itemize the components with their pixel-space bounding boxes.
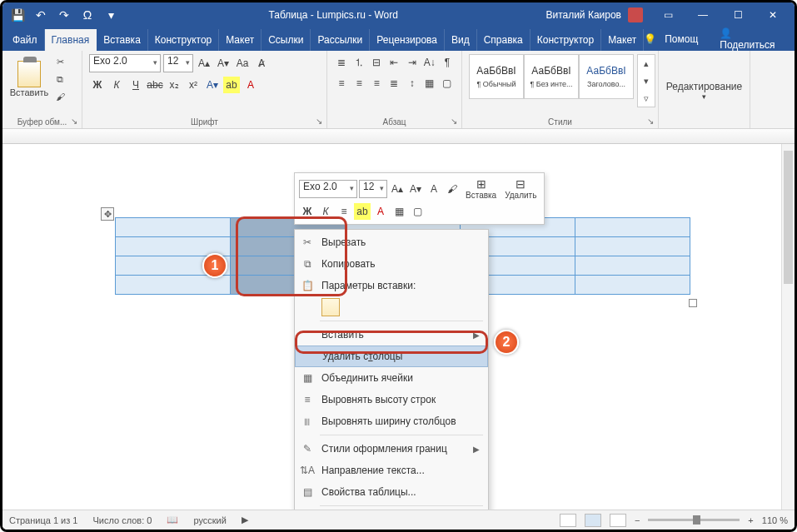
subscript-button[interactable]: x₂ — [166, 77, 182, 93]
ctx-copy[interactable]: ⧉Копировать — [295, 253, 488, 275]
horizontal-ruler[interactable] — [2, 129, 795, 144]
user-area[interactable]: Виталий Каиров — [545, 7, 643, 22]
line-spacing-button[interactable]: ↕ — [405, 75, 420, 92]
mini-align-button[interactable]: ≡ — [336, 203, 352, 220]
font-size-combo[interactable]: 12 — [163, 54, 193, 72]
numbering-button[interactable]: ⒈ — [351, 54, 366, 71]
mini-shrink-icon[interactable]: A▾ — [407, 181, 424, 197]
close-button[interactable]: ✕ — [756, 3, 790, 27]
cut-button[interactable]: ✂ — [52, 54, 67, 69]
bold-button[interactable]: Ж — [89, 77, 106, 93]
zoom-slider[interactable] — [648, 519, 740, 521]
undo-button[interactable]: ↶ — [31, 5, 51, 25]
styles-up-icon[interactable]: ▴ — [639, 56, 654, 71]
bullets-button[interactable]: ≣ — [334, 54, 349, 71]
align-right-button[interactable]: ≡ — [369, 75, 384, 92]
style-normal[interactable]: АаБбВвІ¶ Обычный — [469, 54, 524, 99]
mini-size-combo[interactable]: 12 — [359, 180, 387, 198]
vertical-scrollbar[interactable] — [781, 144, 795, 510]
show-marks-button[interactable]: ¶ — [440, 54, 455, 71]
tab-file[interactable]: Файл — [6, 29, 45, 51]
ctx-border-styles[interactable]: ✎Стили оформления границ▶ — [295, 438, 488, 460]
strike-button[interactable]: abc — [147, 77, 163, 93]
style-no-spacing[interactable]: АаБбВвІ¶ Без инте... — [524, 54, 579, 99]
mini-painter-icon[interactable]: 🖌 — [444, 181, 461, 197]
ctx-dist-rows[interactable]: ≡Выровнять высоту строк — [295, 389, 488, 410]
editing-dropdown[interactable]: Редактирование▾ — [666, 81, 742, 101]
shading-button[interactable]: ▦ — [422, 75, 437, 92]
paragraph-launcher-icon[interactable]: ↘ — [448, 115, 460, 127]
mini-fontcolor-button[interactable]: A — [372, 203, 389, 220]
status-spell-icon[interactable]: 📖 — [167, 515, 178, 525]
zoom-out-button[interactable]: − — [635, 515, 640, 525]
ctx-dist-cols[interactable]: ⫼Выровнять ширину столбцов — [295, 410, 488, 432]
indent-dec-button[interactable]: ⇤ — [386, 54, 401, 71]
share-button[interactable]: Поделиться — [720, 39, 775, 51]
ctx-table-props[interactable]: ▤Свойства таблицы... — [295, 481, 488, 503]
qat-customize-icon[interactable]: ▾ — [101, 5, 121, 25]
tab-table-design[interactable]: Конструктор — [531, 29, 601, 51]
text-effects-button[interactable]: A▾ — [204, 77, 221, 93]
save-button[interactable]: 💾 — [7, 5, 27, 25]
table-resize-handle[interactable] — [689, 299, 697, 307]
align-center-button[interactable]: ≡ — [351, 75, 366, 92]
document-area[interactable]: ✥ Exo 2.0 12 A▴ A▾ A 🖌 ⊞Вставка ⊟Удалить… — [2, 144, 795, 510]
view-print-button[interactable] — [585, 514, 601, 527]
mini-font-combo[interactable]: Exo 2.0 — [299, 180, 357, 198]
paste-option-icon[interactable] — [321, 298, 340, 316]
status-words[interactable]: Число слов: 0 — [92, 515, 152, 525]
underline-button[interactable]: Ч — [127, 77, 144, 93]
grow-font-button[interactable]: A▴ — [196, 55, 212, 72]
symbol-button[interactable]: Ω — [77, 5, 97, 25]
ctx-text-direction[interactable]: ⇅AНаправление текста... — [295, 460, 488, 481]
tab-insert[interactable]: Вставка — [97, 29, 148, 51]
zoom-in-button[interactable]: + — [748, 515, 753, 525]
zoom-value[interactable]: 110 % — [762, 515, 788, 525]
align-left-button[interactable]: ≡ — [334, 75, 349, 92]
tab-review[interactable]: Рецензирова — [370, 29, 445, 51]
view-web-button[interactable] — [610, 514, 626, 527]
clipboard-launcher-icon[interactable]: ↘ — [68, 115, 80, 127]
status-macro-icon[interactable]: ▶ — [242, 515, 248, 525]
mini-shading-button[interactable]: ▦ — [391, 203, 407, 220]
ctx-delete-columns[interactable]: Удалить столбцы — [295, 346, 488, 367]
mini-styles-icon[interactable]: A — [426, 181, 442, 197]
tab-layout[interactable]: Макет — [219, 29, 262, 51]
tab-home[interactable]: Главная — [45, 29, 97, 51]
avatar[interactable] — [628, 7, 643, 22]
font-launcher-icon[interactable]: ↘ — [313, 115, 325, 127]
tab-design[interactable]: Конструктор — [148, 29, 219, 51]
tab-view[interactable]: Вид — [445, 29, 477, 51]
ctx-merge[interactable]: ▦Объединить ячейки — [295, 367, 488, 389]
style-heading1[interactable]: АаБбВвІЗаголово... — [579, 54, 634, 99]
tell-me-input[interactable]: Помощ — [665, 33, 698, 45]
superscript-button[interactable]: x² — [185, 77, 202, 93]
ctx-paste-opt-btn[interactable] — [295, 296, 488, 318]
status-language[interactable]: русский — [193, 515, 226, 525]
justify-button[interactable]: ≣ — [386, 75, 401, 92]
maximize-button[interactable]: ☐ — [721, 3, 755, 27]
paste-button[interactable]: Вставить — [9, 54, 49, 104]
multilevel-button[interactable]: ⊟ — [369, 54, 384, 71]
highlight-button[interactable]: ab — [223, 77, 240, 93]
copy-button[interactable]: ⧉ — [52, 72, 67, 87]
tab-references[interactable]: Ссылки — [262, 29, 311, 51]
shrink-font-button[interactable]: A▾ — [215, 55, 232, 72]
mini-delete-button[interactable]: ⊟Удалить — [501, 177, 540, 200]
redo-button[interactable]: ↷ — [54, 5, 74, 25]
font-color-button[interactable]: A — [242, 77, 259, 93]
clear-format-button[interactable]: A̷ — [253, 55, 270, 72]
styles-more-icon[interactable]: ▿ — [639, 91, 654, 106]
mini-bold-button[interactable]: Ж — [299, 203, 316, 220]
ribbon-options-icon[interactable]: ▭ — [651, 3, 685, 27]
styles-launcher-icon[interactable]: ↘ — [645, 115, 656, 127]
ctx-cut[interactable]: ✂Вырезать — [295, 231, 488, 253]
tab-help[interactable]: Справка — [477, 29, 531, 51]
format-painter-button[interactable]: 🖌 — [52, 89, 67, 104]
mini-grow-icon[interactable]: A▴ — [389, 181, 406, 197]
tab-table-layout[interactable]: Макет — [601, 29, 644, 51]
sort-button[interactable]: A↓ — [422, 54, 437, 71]
mini-insert-button[interactable]: ⊞Вставка — [462, 177, 500, 200]
tab-mailings[interactable]: Рассылки — [311, 29, 370, 51]
change-case-button[interactable]: Aa — [234, 55, 251, 72]
